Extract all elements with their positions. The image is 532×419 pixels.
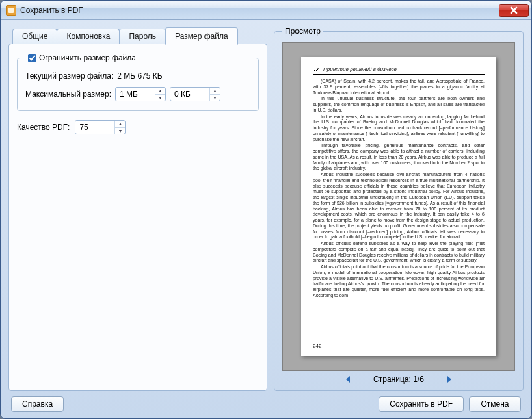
preview-doc-header: Принятие решений в бизнесе	[313, 66, 485, 75]
settings-pane: Общие Компоновка Пароль Размер файла Огр…	[8, 27, 267, 391]
page-indicator-value: 1/6	[413, 375, 424, 384]
preview-paragraph: Through favorable pricing, generous main…	[313, 143, 485, 171]
tab-filesize[interactable]: Размер файла	[165, 27, 238, 45]
close-icon	[510, 6, 518, 14]
preview-page: Принятие решений в бизнесе (CASA) of Spa…	[301, 57, 496, 356]
tab-general[interactable]: Общие	[12, 29, 57, 44]
quality-spin: ▲ ▼	[114, 121, 125, 134]
preview-pane: Просмотр Принятие решений в бизнесе (CAS…	[274, 27, 524, 391]
limit-legend: Ограничить размер файла	[25, 53, 139, 62]
help-button[interactable]: Справка	[11, 396, 64, 412]
preview-paragraph: Airbus Industrie succeeds because civil …	[313, 172, 485, 240]
button-spacer	[69, 396, 373, 412]
max-mb-input[interactable]	[116, 88, 155, 101]
page-prev[interactable]	[345, 375, 351, 383]
preview-doc-title: Принятие решений в бизнесе	[323, 66, 397, 73]
tab-layout[interactable]: Компоновка	[57, 29, 120, 44]
quality-input[interactable]	[75, 121, 114, 134]
page-indicator: Страница: 1/6	[373, 375, 424, 384]
quality-down[interactable]: ▼	[115, 128, 125, 134]
max-kb-field: ▲ ▼	[170, 87, 220, 101]
close-button[interactable]	[499, 4, 529, 17]
preview-group: Просмотр Принятие решений в бизнесе (CAS…	[274, 27, 524, 391]
arrow-right-icon	[446, 375, 453, 383]
max-mb-field: ▲ ▼	[115, 87, 166, 101]
tab-password[interactable]: Пароль	[119, 29, 166, 44]
page-next[interactable]	[446, 375, 453, 383]
quality-row: Качество PDF: ▲ ▼	[17, 120, 259, 134]
button-row: Справка Сохранить в PDF Отмена	[8, 396, 524, 413]
dialog-window: Сохранить в PDF Общие Компоновка Пароль …	[0, 0, 532, 419]
max-kb-down[interactable]: ▼	[210, 95, 220, 101]
tab-strip: Общие Компоновка Пароль Размер файла	[8, 27, 267, 44]
save-button[interactable]: Сохранить в PDF	[379, 396, 464, 412]
quality-up[interactable]: ▲	[115, 121, 125, 128]
content-area: Общие Компоновка Пароль Размер файла Огр…	[1, 20, 531, 418]
preview-paragraph: In this unusual business structure, the …	[313, 96, 485, 113]
preview-paragraph: Airbus officials defend subsidies as a w…	[313, 241, 485, 264]
app-icon	[6, 5, 16, 16]
main-row: Общие Компоновка Пароль Размер файла Огр…	[8, 27, 524, 391]
tab-panel-filesize: Ограничить размер файла Текущий размер ф…	[8, 44, 267, 391]
max-mb-down[interactable]: ▼	[155, 95, 165, 101]
max-mb-spin: ▲ ▼	[155, 88, 165, 101]
quality-label: Качество PDF:	[17, 123, 70, 132]
doc-header-icon	[313, 66, 319, 73]
cancel-button[interactable]: Отмена	[469, 396, 521, 412]
limit-label: Ограничить размер файла	[39, 53, 136, 62]
preview-paragraph: Airbus officials point out that the cons…	[313, 264, 485, 299]
page-indicator-label: Страница:	[373, 375, 411, 384]
titlebar: Сохранить в PDF	[1, 1, 531, 20]
limit-group: Ограничить размер файла Текущий размер ф…	[17, 53, 259, 111]
preview-legend: Просмотр	[282, 27, 323, 36]
preview-page-number: 242	[313, 343, 485, 349]
preview-paragraph: (CASA) of Spain, with 4.2 percent, makes…	[313, 79, 485, 95]
arrow-left-icon	[345, 375, 351, 383]
preview-surface: Принятие решений в бизнесе (CASA) of Spa…	[282, 42, 515, 371]
window-title: Сохранить в PDF	[20, 6, 499, 15]
max-mb-up[interactable]: ▲	[155, 88, 165, 95]
max-kb-input[interactable]	[170, 88, 209, 101]
quality-field: ▲ ▼	[75, 120, 126, 134]
preview-doc-body: (CASA) of Spain, with 4.2 percent, makes…	[313, 79, 485, 299]
max-kb-up[interactable]: ▲	[210, 88, 220, 95]
pager: Страница: 1/6	[282, 371, 515, 385]
current-size-value: 2 МБ 675 КБ	[117, 71, 162, 81]
limit-checkbox[interactable]	[28, 54, 36, 62]
max-size-label: Максимальный размер:	[25, 90, 111, 99]
current-size-label: Текущий размер файла:	[25, 71, 113, 81]
max-kb-spin: ▲ ▼	[209, 88, 220, 101]
preview-paragraph: In the early years, Airbus Industrie was…	[313, 114, 485, 143]
